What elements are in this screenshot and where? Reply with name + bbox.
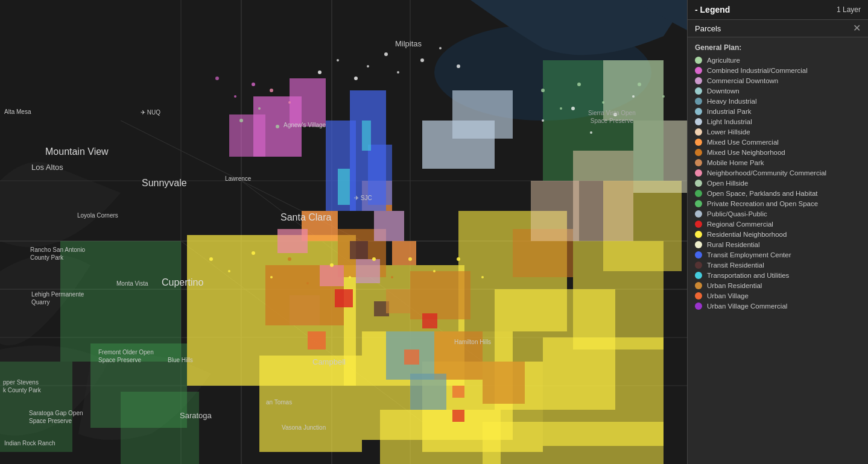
svg-rect-51: [320, 265, 344, 286]
legend-item-label: Public/Quasi-Public: [707, 210, 767, 218]
svg-point-110: [234, 95, 236, 98]
svg-point-107: [270, 89, 273, 92]
legend-item-label: Open Space, Parklands and Habitat: [707, 190, 817, 197]
legend-content[interactable]: General Plan: AgricultureCombined Indust…: [688, 37, 868, 464]
legend-item-label: Transit Residential: [707, 262, 764, 269]
legend-dot: [695, 57, 702, 64]
legend-dot: [695, 292, 702, 299]
legend-dot: [695, 87, 702, 95]
legend-dot: [695, 108, 702, 115]
legend-item-label: Urban Village: [707, 292, 749, 299]
legend-item[interactable]: Mobile Home Park: [695, 159, 861, 166]
close-button[interactable]: ✕: [853, 24, 861, 33]
legend-dot: [695, 128, 702, 136]
legend-item[interactable]: Commercial Downtown: [695, 77, 861, 84]
legend-item-label: Light Industrial: [707, 118, 752, 125]
legend-item-label: Open Hillside: [707, 180, 748, 187]
svg-point-78: [457, 64, 460, 68]
svg-rect-69: [452, 386, 464, 398]
legend-item[interactable]: Mixed Use Commercial: [695, 139, 861, 146]
legend-dot: [695, 139, 702, 146]
svg-point-101: [372, 257, 376, 261]
legend-dot: [695, 272, 702, 279]
svg-rect-41: [452, 90, 513, 139]
legend-item-label: Lower Hillside: [707, 128, 750, 136]
legend-item[interactable]: Rural Residential: [695, 241, 861, 248]
svg-rect-28: [410, 271, 470, 319]
legend-item[interactable]: Neighborhood/Community Commercial: [695, 169, 861, 177]
legend-dot: [695, 262, 702, 269]
svg-point-83: [632, 95, 635, 98]
legend-dot: [695, 180, 702, 187]
svg-point-81: [590, 131, 592, 134]
legend-title: - Legend: [695, 5, 730, 14]
legend-item-label: Urban Residential: [707, 282, 762, 289]
legend-item[interactable]: Regional Commercial: [695, 221, 861, 228]
svg-point-90: [239, 119, 243, 122]
svg-point-75: [397, 71, 399, 74]
legend-item[interactable]: Urban Village Commercial: [695, 303, 861, 310]
svg-point-76: [420, 58, 424, 62]
legend-item[interactable]: Urban Residential: [695, 282, 861, 289]
svg-point-111: [215, 77, 219, 80]
svg-rect-65: [290, 295, 320, 325]
legend-dot: [695, 282, 702, 289]
legend-item[interactable]: Transit Employment Center: [695, 251, 861, 259]
svg-rect-49: [452, 410, 464, 422]
svg-point-93: [209, 257, 213, 261]
legend-item[interactable]: Agriculture: [695, 57, 861, 64]
legend-item[interactable]: Downtown: [695, 87, 861, 95]
legend-layer-name: Parcels: [695, 24, 721, 33]
svg-point-96: [270, 276, 273, 278]
svg-point-99: [330, 263, 334, 267]
svg-point-92: [276, 125, 279, 128]
legend-subheader: Parcels ✕: [688, 20, 868, 37]
legend-item[interactable]: Urban Village: [695, 292, 861, 299]
map-container[interactable]: Milpitas Mountain View Los Altos Sunnyva…: [0, 0, 687, 464]
legend-item-label: Commercial Downtown: [707, 77, 778, 84]
svg-point-85: [560, 107, 562, 110]
svg-point-80: [571, 107, 575, 110]
svg-point-100: [349, 276, 351, 278]
legend-dot: [695, 251, 702, 259]
legend-item[interactable]: Private Recreation and Open Space: [695, 200, 861, 207]
legend-item[interactable]: Light Industrial: [695, 118, 861, 125]
legend-panel: - Legend 1 Layer Parcels ✕ General Plan:…: [687, 0, 868, 464]
svg-rect-58: [603, 60, 664, 121]
svg-rect-17: [259, 356, 362, 452]
svg-point-88: [638, 83, 641, 86]
legend-item[interactable]: Public/Quasi-Public: [695, 210, 861, 218]
svg-rect-68: [404, 350, 419, 365]
legend-dot: [695, 190, 702, 197]
svg-rect-62: [362, 121, 371, 151]
svg-rect-50: [277, 229, 308, 253]
legend-items-container: AgricultureCombined Industrial/Commercia…: [695, 57, 861, 310]
svg-rect-48: [422, 313, 437, 328]
legend-item[interactable]: Transportation and Utilities: [695, 272, 861, 279]
legend-item[interactable]: Open Hillside: [695, 180, 861, 187]
svg-point-94: [228, 270, 230, 272]
legend-item[interactable]: Heavy Industrial: [695, 98, 861, 105]
legend-dot: [695, 98, 702, 105]
legend-item[interactable]: Combined Industrial/Commercial: [695, 67, 861, 74]
legend-item-label: Heavy Industrial: [707, 98, 756, 105]
svg-point-84: [541, 89, 545, 92]
legend-dot: [695, 77, 702, 84]
svg-rect-44: [229, 114, 265, 157]
svg-rect-63: [350, 241, 368, 259]
legend-item[interactable]: Mixed Use Neighborhood: [695, 149, 861, 156]
legend-item[interactable]: Lower Hillside: [695, 128, 861, 136]
svg-point-74: [384, 52, 388, 56]
legend-item[interactable]: Transit Residential: [695, 262, 861, 269]
svg-point-71: [337, 59, 339, 61]
legend-item-label: Mixed Use Commercial: [707, 139, 779, 146]
legend-dot: [695, 118, 702, 125]
legend-item[interactable]: Open Space, Parklands and Habitat: [695, 190, 861, 197]
legend-item-label: Mobile Home Park: [707, 159, 764, 166]
legend-item[interactable]: Residential Neighborhood: [695, 231, 861, 238]
svg-rect-57: [633, 121, 687, 193]
legend-item[interactable]: Industrial Park: [695, 108, 861, 115]
svg-rect-30: [483, 362, 525, 404]
svg-rect-61: [338, 169, 350, 205]
svg-point-73: [367, 65, 369, 67]
